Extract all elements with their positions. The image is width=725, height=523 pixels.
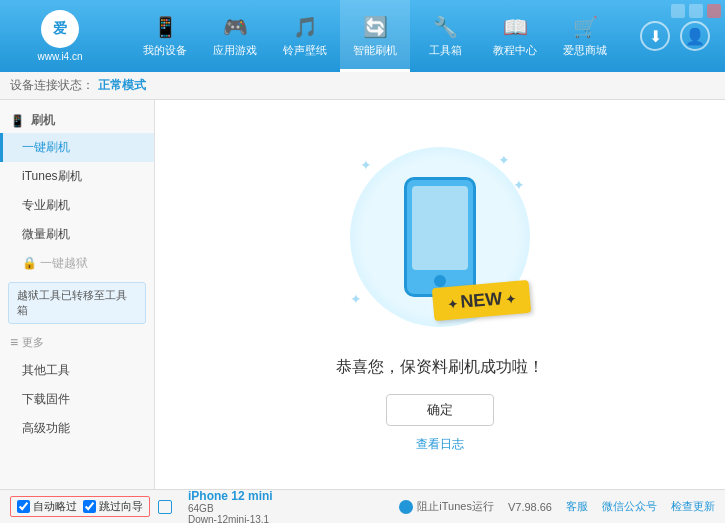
my-device-icon: 📱 (153, 15, 178, 39)
nav-label-apple-store: 爱思商城 (563, 43, 607, 58)
content-area: ✦ ✦ ✦ ✦ NEW 恭喜您，保资料刷机成功啦！ 确定 查看日志 (155, 100, 725, 489)
device-model: Down-12mini-13,1 (188, 514, 273, 524)
device-storage: 64GB (188, 503, 273, 514)
flash-section-icon: 📱 (10, 114, 25, 128)
itunes-status: 阻止iTunes运行 (399, 499, 494, 514)
jailbreak-label: 一键越狱 (40, 256, 88, 270)
logo-icon: 爱 (41, 10, 79, 48)
nav-item-smart-flash[interactable]: 🔄 智能刷机 (340, 0, 410, 72)
skip-wizard-checkbox[interactable]: 跳过向导 (83, 499, 143, 514)
main-layout: 📱 刷机 一键刷机 iTunes刷机 专业刷机 微量刷机 🔒 一键越狱 越狱工具… (0, 100, 725, 489)
nav-item-apps-games[interactable]: 🎮 应用游戏 (200, 0, 270, 72)
tutorial-icon: 📖 (503, 15, 528, 39)
window-controls (671, 4, 721, 18)
micro-flash-label: 微量刷机 (22, 227, 70, 241)
flash-section-label: 刷机 (31, 112, 55, 129)
nav-item-my-device[interactable]: 📱 我的设备 (130, 0, 200, 72)
header-right-buttons: ⬇ 👤 (640, 21, 710, 51)
logo-subtitle: www.i4.cn (37, 51, 82, 62)
toolbox-icon: 🔧 (433, 15, 458, 39)
sparkle-icon-4: ✦ (513, 177, 525, 193)
itunes-flash-label: iTunes刷机 (22, 169, 82, 183)
itunes-label: 阻止iTunes运行 (417, 499, 494, 514)
apps-games-icon: 🎮 (223, 15, 248, 39)
sidebar-item-advanced[interactable]: 高级功能 (0, 414, 154, 443)
status-bar: 设备连接状态： 正常模式 (0, 72, 725, 100)
sidebar-item-other-tools[interactable]: 其他工具 (0, 356, 154, 385)
sidebar-item-jailbreak: 🔒 一键越狱 (0, 249, 154, 278)
other-tools-label: 其他工具 (22, 363, 70, 377)
status-label: 设备连接状态： (10, 77, 94, 94)
bottom-left-area: 自动略过 跳过向导 iPhone 12 mini 64GB Down-12min… (10, 489, 273, 524)
nav-label-ringtone: 铃声壁纸 (283, 43, 327, 58)
smart-flash-icon: 🔄 (363, 15, 388, 39)
sparkle-icon-3: ✦ (350, 291, 362, 307)
nav-label-toolbox: 工具箱 (429, 43, 462, 58)
auto-skip-checkbox[interactable]: 自动略过 (17, 499, 77, 514)
nav-item-ringtone[interactable]: 🎵 铃声壁纸 (270, 0, 340, 72)
sidebar: 📱 刷机 一键刷机 iTunes刷机 专业刷机 微量刷机 🔒 一键越狱 越狱工具… (0, 100, 155, 489)
sparkle-icon-2: ✦ (498, 152, 510, 168)
sidebar-item-itunes-flash[interactable]: iTunes刷机 (0, 162, 154, 191)
phone-illustration: ✦ ✦ ✦ ✦ NEW (340, 137, 540, 337)
nav-label-tutorial: 教程中心 (493, 43, 537, 58)
check-update-link[interactable]: 检查更新 (671, 499, 715, 514)
app-header: 爱 www.i4.cn 📱 我的设备 🎮 应用游戏 🎵 铃声壁纸 🔄 智能刷机 … (0, 0, 725, 72)
minimize-button[interactable] (671, 4, 685, 18)
device-info: iPhone 12 mini 64GB Down-12mini-13,1 (188, 489, 273, 524)
sidebar-item-pro-flash[interactable]: 专业刷机 (0, 191, 154, 220)
status-value: 正常模式 (98, 77, 146, 94)
sidebar-section-flash: 📱 刷机 (0, 108, 154, 133)
itunes-icon (399, 500, 413, 514)
ringtone-icon: 🎵 (293, 15, 318, 39)
nav-item-tutorial[interactable]: 📖 教程中心 (480, 0, 550, 72)
auto-skip-input[interactable] (17, 500, 30, 513)
nav-item-apple-store[interactable]: 🛒 爱思商城 (550, 0, 620, 72)
auto-skip-label: 自动略过 (33, 499, 77, 514)
skip-wizard-label: 跳过向导 (99, 499, 143, 514)
nav-label-my-device: 我的设备 (143, 43, 187, 58)
phone-screen (412, 186, 468, 270)
sparkle-icon-1: ✦ (360, 157, 372, 173)
sidebar-item-micro-flash[interactable]: 微量刷机 (0, 220, 154, 249)
app-logo: 爱 www.i4.cn (10, 10, 110, 62)
success-message: 恭喜您，保资料刷机成功啦！ (336, 357, 544, 378)
apple-store-icon: 🛒 (573, 15, 598, 39)
pro-flash-label: 专业刷机 (22, 198, 70, 212)
checkbox-group: 自动略过 跳过向导 (10, 496, 150, 517)
device-icon (158, 500, 172, 514)
view-today-link[interactable]: 查看日志 (416, 436, 464, 453)
user-button[interactable]: 👤 (680, 21, 710, 51)
customer-service-link[interactable]: 客服 (566, 499, 588, 514)
one-click-flash-label: 一键刷机 (22, 140, 70, 154)
nav-item-toolbox[interactable]: 🔧 工具箱 (410, 0, 480, 72)
jailbreak-notice: 越狱工具已转移至工具箱 (8, 282, 146, 324)
nav-label-smart-flash: 智能刷机 (353, 43, 397, 58)
bottom-right-area: 阻止iTunes运行 V7.98.66 客服 微信公众号 检查更新 (399, 499, 715, 514)
sidebar-section-more: 更多 (0, 328, 154, 356)
confirm-button[interactable]: 确定 (386, 394, 494, 426)
nav-bar: 📱 我的设备 🎮 应用游戏 🎵 铃声壁纸 🔄 智能刷机 🔧 工具箱 📖 教程中心… (110, 0, 640, 72)
phone-home-button (434, 275, 446, 287)
phone-body (404, 177, 476, 297)
sidebar-item-download-firmware[interactable]: 下载固件 (0, 385, 154, 414)
device-name: iPhone 12 mini (188, 489, 273, 503)
maximize-button[interactable] (689, 4, 703, 18)
bottom-bar: 自动略过 跳过向导 iPhone 12 mini 64GB Down-12min… (0, 489, 725, 523)
download-firmware-label: 下载固件 (22, 392, 70, 406)
wechat-public-link[interactable]: 微信公众号 (602, 499, 657, 514)
sidebar-item-one-click-flash[interactable]: 一键刷机 (0, 133, 154, 162)
version-label: V7.98.66 (508, 501, 552, 513)
more-section-label: 更多 (22, 335, 44, 350)
nav-label-apps-games: 应用游戏 (213, 43, 257, 58)
skip-wizard-input[interactable] (83, 500, 96, 513)
advanced-label: 高级功能 (22, 421, 70, 435)
close-button[interactable] (707, 4, 721, 18)
download-button[interactable]: ⬇ (640, 21, 670, 51)
